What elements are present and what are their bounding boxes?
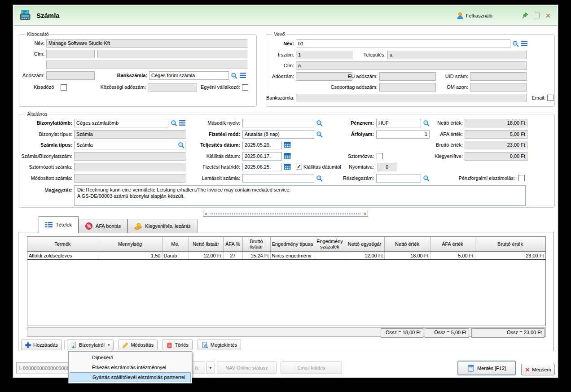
issuer-kata-checkbox[interactable] (61, 84, 67, 91)
table-header-row: Termék Mennyiség Me. Nettó listaár ÁFA %… (27, 237, 545, 252)
tab-tetelek[interactable]: Tételek (39, 216, 79, 233)
comment-label: Megjegyzés: (19, 187, 72, 194)
search-icon[interactable] (177, 141, 185, 149)
pin-icon[interactable] (520, 12, 529, 20)
search-icon[interactable] (230, 71, 238, 79)
col-header-engedmeny-szazalek[interactable]: Engedmény százalék (315, 237, 345, 252)
cash-accounting-checkbox[interactable] (518, 175, 525, 181)
printed-label: Nyomtatva: (331, 163, 374, 171)
cancel-button[interactable]: ✕ Mégsem (521, 364, 555, 375)
email-send-button[interactable]: Email küldés (281, 362, 342, 374)
calendar-icon[interactable] (283, 163, 291, 171)
add-button[interactable]: Hozzáadás (21, 340, 62, 350)
buyer-email-checkbox[interactable] (547, 95, 553, 101)
calendar-icon[interactable] (283, 141, 291, 149)
pencil-icon (123, 342, 128, 348)
col-header-me[interactable]: Me. (162, 237, 189, 252)
from-document-button[interactable]: Bizonylatról ▾ (67, 340, 114, 350)
copied-invoice-field[interactable] (242, 174, 314, 183)
table-row[interactable]: Alföldi zöldségleves 1,50 Darab 12,00 Ft… (27, 252, 545, 260)
tab-afa-bontas[interactable]: % ÁFA bontás (79, 219, 127, 233)
col-header-termek[interactable]: Termék (27, 237, 98, 252)
col-header-afa-pct[interactable]: ÁFA % (223, 237, 242, 252)
col-header-mennyiseg[interactable]: Mennyiség (98, 237, 162, 252)
col-header-afa-ertek[interactable]: ÁFA érték (430, 237, 475, 252)
save-button[interactable]: Mentés [F12] (457, 361, 516, 375)
print-dropdown-button[interactable]: ▾ (206, 362, 215, 374)
search-icon[interactable] (315, 119, 323, 127)
col-header-brutto-ertek[interactable]: Bruttó érték (475, 237, 545, 252)
buyer-email-label: Email: (528, 94, 545, 102)
maximize-button[interactable] (532, 12, 541, 20)
chevron-up-icon: ∧ (203, 212, 209, 216)
cell-brutto-listaar: 15,24 Ft (242, 252, 270, 260)
menu-item-dijbekero[interactable]: Díjbekérő (70, 353, 191, 362)
close-button[interactable]: ✕ (544, 12, 553, 20)
due-date-field[interactable]: 2025.06.25. (242, 163, 282, 171)
col-header-netto-egysegar[interactable]: Nettó egységár (345, 237, 384, 252)
search-icon[interactable] (315, 130, 323, 138)
issue-date-field[interactable]: 2025.06.17. (242, 152, 282, 161)
plus-icon (25, 342, 31, 348)
col-header-brutto-listaar[interactable]: Bruttó listaár (242, 237, 270, 252)
tab-kiegyenlites[interactable]: Kiegyenlítés, lezárás (127, 219, 198, 233)
exchange-rate-field[interactable]: 1 (376, 130, 430, 139)
cell-engedmeny-szazalek (315, 252, 345, 260)
total-vat: Össz = 5,00 Ft (425, 328, 469, 338)
invoice-type-field[interactable]: Számla (74, 141, 185, 149)
printed-count-field: 0 (378, 163, 396, 171)
from-issue-date-checkbox[interactable]: ✓ (296, 164, 302, 170)
tab-label: Kiegyenlítés, lezárás (145, 223, 191, 229)
add-button-label: Hozzáadás (33, 342, 58, 348)
col-header-netto-listaar[interactable]: Nettó listaár (189, 237, 223, 252)
comment-line-2: A GS-DE/00003 számú bizonylat alapján ké… (77, 193, 523, 199)
gross-value-field: 23,00 Ft (465, 141, 527, 149)
buyer-bankaccount-field (296, 94, 527, 102)
invoice-number-label: Számla/Bizonylatszám: (19, 152, 72, 160)
second-language-field[interactable] (242, 119, 314, 127)
buyer-name-field[interactable]: b1 (296, 39, 510, 48)
copied-invoice-label: Lemásolt számla: (187, 174, 240, 182)
doc-series-field[interactable]: Céges számlatömb (74, 119, 168, 127)
buyer-group-taxnum-field (379, 83, 436, 91)
collapse-splitter[interactable]: ∧ ∧ (203, 211, 368, 217)
list-icon[interactable] (520, 39, 528, 48)
buyer-zip-field: 1 (296, 51, 352, 59)
view-button[interactable]: Megtekintés (198, 340, 241, 350)
comment-field[interactable]: Die Rechnung kann eine vermittelte Leist… (74, 185, 526, 206)
menu-item-etkezes[interactable]: Étkezés elszámolás intézménnyel (70, 362, 191, 372)
issuer-taxnum-field (46, 71, 95, 80)
settled-field: 0,00 Ft (465, 152, 527, 161)
separator (64, 340, 65, 349)
items-grid: Termék Mennyiség Me. Nettó listaár ÁFA %… (27, 236, 546, 326)
search-icon[interactable] (170, 119, 178, 127)
issuer-city-field (97, 50, 247, 58)
department-field[interactable] (376, 174, 421, 183)
list-icon[interactable] (178, 119, 186, 127)
separator (160, 340, 160, 349)
document-arrow-icon (71, 342, 77, 348)
modify-button[interactable]: Módosítás (119, 340, 158, 350)
storno-flag-checkbox[interactable] (377, 153, 383, 159)
calendar-icon[interactable] (283, 152, 291, 160)
buyer-om-field (470, 83, 527, 91)
user-label: Felhasználó (466, 13, 492, 18)
fulfillment-date-field[interactable]: 2025.05.29. (242, 141, 282, 149)
issuer-sole-trader-checkbox[interactable] (242, 84, 248, 91)
issuer-bankaccount-field[interactable]: Céges forint számla (149, 71, 229, 80)
search-icon[interactable] (315, 174, 323, 182)
cell-netto-egysegar: 12,00 Ft (345, 252, 384, 260)
col-header-engedmeny-tipusa[interactable]: Engedmény típusa (270, 237, 315, 252)
nav-online-status-button[interactable]: NAV Online státusz (217, 362, 277, 374)
currency-field[interactable]: HUF (376, 119, 421, 127)
payment-method-field[interactable]: Átutalás (8 nap) (242, 130, 314, 139)
general-legend: Általános (26, 111, 48, 117)
col-header-netto-ertek[interactable]: Nettó érték (384, 237, 430, 252)
search-icon[interactable] (511, 39, 519, 48)
list-icon[interactable] (239, 71, 247, 79)
menu-item-gyartas[interactable]: Gyártás szállítólevél elszámolás partner… (70, 372, 191, 382)
chevron-down-icon: ▾ (210, 366, 212, 370)
delete-button[interactable]: Törlés (163, 340, 193, 350)
doc-type-label: Bizonylat típus: (19, 131, 72, 138)
separator (116, 340, 116, 349)
